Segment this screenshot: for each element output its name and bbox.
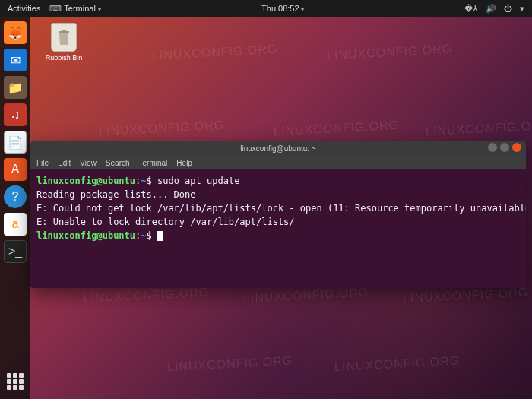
watermark: LINUXCONFIG.ORG [403, 286, 529, 306]
terminal-title: linuxconfig@ubuntu: ~ [240, 144, 315, 153]
watermark: LINUXCONFIG.ORG [426, 119, 532, 139]
desktop-trash-label: Rubbish Bin [43, 54, 85, 62]
watermark: LINUXCONFIG.ORG [274, 119, 400, 139]
network-icon[interactable]: �⅄ [464, 4, 478, 14]
chevron-down-icon[interactable]: ▾ [520, 4, 524, 14]
prompt-path: ~ [141, 176, 146, 186]
clock[interactable]: Thu 08:52 [261, 4, 304, 13]
menu-help[interactable]: Help [176, 159, 192, 167]
svg-rect-0 [59, 31, 69, 33]
minimize-button[interactable] [488, 143, 497, 152]
dock-firefox[interactable]: 🦊 [4, 21, 27, 44]
output-line-2: E: Could not get lock /var/lib/apt/lists… [36, 203, 526, 214]
dock-help[interactable]: ? [4, 185, 27, 208]
watermark: LINUXCONFIG.ORG [84, 286, 210, 306]
dock-files[interactable]: 📁 [4, 76, 27, 99]
svg-rect-1 [62, 30, 66, 31]
app-menu-label: Terminal [64, 4, 96, 13]
menu-edit[interactable]: Edit [58, 159, 71, 167]
menu-view[interactable]: View [80, 159, 97, 167]
prompt-dollar-2: $ [147, 230, 152, 241]
dock-terminal[interactable]: >_ [4, 240, 27, 263]
terminal-body[interactable]: linuxconfig@ubuntu:~$ sudo apt update Re… [30, 169, 526, 288]
terminal-titlebar[interactable]: linuxconfig@ubuntu: ~ [30, 141, 526, 156]
command-line-1: sudo apt update [157, 176, 239, 186]
dock-libreoffice[interactable]: 📄 [4, 131, 27, 154]
watermark: LINUXCONFIG.ORG [334, 354, 461, 375]
volume-icon[interactable]: 🔊 [486, 4, 496, 14]
prompt-user-host: linuxconfig@ubuntu [36, 176, 135, 186]
prompt-path-2: ~ [141, 230, 146, 241]
watermark: LINUXCONFIG.ORG [99, 119, 225, 139]
trash-icon [51, 23, 77, 52]
cursor [157, 231, 163, 241]
dock-rhythmbox[interactable]: ♫ [4, 103, 27, 126]
watermark: LINUXCONFIG.ORG [327, 43, 453, 63]
watermark: LINUXCONFIG.ORG [152, 43, 278, 63]
top-bar: Activities ⌨ Terminal Thu 08:52 �⅄ 🔊 ⏻ ▾ [0, 0, 532, 17]
menu-search[interactable]: Search [106, 159, 130, 167]
dock-thunderbird[interactable]: ✉ [4, 49, 27, 71]
dock-software[interactable]: A [4, 158, 27, 181]
dock: 🦊 ✉ 📁 ♫ 📄 A ? a >_ [0, 17, 30, 399]
desktop-trash[interactable]: Rubbish Bin [43, 23, 85, 62]
output-line-1: Reading package lists... Done [36, 189, 196, 200]
menu-terminal[interactable]: Terminal [139, 159, 168, 167]
output-line-3: E: Unable to lock directory /var/lib/apt… [36, 217, 295, 227]
watermark: LINUXCONFIG.ORG [167, 354, 293, 375]
terminal-icon: ⌨ [49, 4, 62, 13]
power-icon[interactable]: ⏻ [504, 4, 512, 13]
prompt-user-host-2: linuxconfig@ubuntu [36, 230, 135, 241]
activities-button[interactable]: Activities [8, 4, 40, 13]
close-button[interactable] [512, 143, 521, 152]
app-menu[interactable]: ⌨ Terminal [49, 4, 101, 14]
menu-file[interactable]: File [36, 159, 49, 167]
terminal-menubar: File Edit View Search Terminal Help [30, 156, 526, 169]
prompt-dollar: $ [147, 176, 152, 186]
maximize-button[interactable] [500, 143, 509, 152]
watermark: LINUXCONFIG.ORG [243, 286, 369, 306]
terminal-window[interactable]: linuxconfig@ubuntu: ~ File Edit View Sea… [30, 141, 526, 288]
dock-amazon[interactable]: a [4, 213, 27, 236]
show-applications-button[interactable] [7, 373, 24, 390]
